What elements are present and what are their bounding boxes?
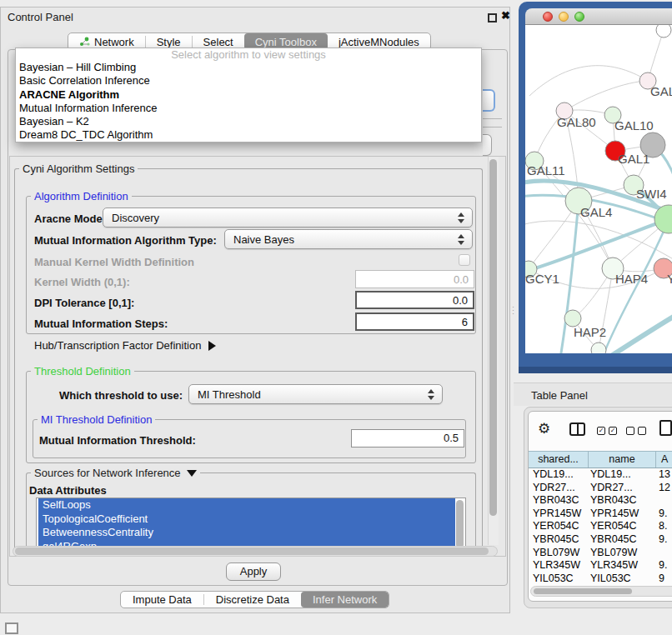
dpi-tolerance-field[interactable]: 0.0 (355, 291, 474, 309)
collapse-arrow-icon (187, 470, 197, 477)
list-scrollbar[interactable] (456, 500, 464, 548)
tab-label: Style (157, 36, 181, 48)
kernel-width-field: 0.0 (355, 270, 474, 288)
column-header[interactable]: A (656, 452, 672, 468)
dropdown-item-selected[interactable]: ARACNE Algorithm (16, 88, 481, 102)
column-header[interactable]: shared... (529, 452, 589, 468)
hidden-combo-fragment (483, 134, 492, 156)
table-panel-box: ⚙ ✓ ✓ shared... name A YDL19...YDL19...1… (528, 411, 672, 602)
network-icon (79, 37, 90, 47)
manual-kernel-checkbox[interactable] (459, 254, 470, 266)
dropdown-item[interactable]: Dream8 DC_TDC Algorithm (16, 128, 481, 142)
combo-arrows-icon (458, 234, 464, 245)
tab-label: jActiveMNodules (339, 36, 419, 48)
cell (656, 494, 672, 508)
checked-box-icon: ✓ (609, 427, 617, 435)
table-row[interactable]: YPR145WYPR145W9. (529, 508, 672, 521)
list-item[interactable]: BetweennessCentrality (38, 526, 455, 540)
table-row[interactable]: YDR27...YDR27...12 (529, 482, 672, 495)
table-row[interactable]: YER054CYER054C8. (529, 520, 672, 533)
column-header[interactable]: name (589, 452, 656, 468)
node-label: GAL11 (527, 163, 565, 178)
panel-divider-grip[interactable]: ··· (512, 305, 515, 315)
bottom-tab-bar: Impute Data Discretize Data Infer Networ… (120, 591, 389, 608)
sources-title: Sources for Network Inference (34, 467, 181, 479)
cell: YBR043C (589, 494, 656, 508)
cell: YLR345W (589, 559, 656, 572)
cell: YDL19... (529, 468, 589, 482)
cell: 9. (656, 533, 672, 547)
tab-impute-data[interactable]: Impute Data (121, 592, 203, 608)
dropdown-item[interactable]: Bayesian – Hill Climbing (16, 61, 481, 74)
group-title: Algorithm Definition (31, 190, 132, 202)
vertical-scrollbar-thumb[interactable] (489, 159, 497, 516)
network-canvas[interactable]: GAL GAL80 GAL10 GAL1 GAL11 SWI4 GAL4 GCY… (525, 25, 672, 353)
dropdown-item[interactable]: Bayesian – K2 (16, 115, 481, 128)
node-label: GAL10 (614, 118, 654, 132)
zoom-traffic-light-icon[interactable] (574, 12, 584, 22)
gear-icon[interactable]: ⚙ (538, 420, 550, 438)
close-icon[interactable]: ✖ (501, 9, 510, 22)
select-all-checkboxes-icon[interactable]: ✓ ✓ (597, 427, 617, 435)
cell: YIL053C (529, 572, 589, 586)
tab-label: Infer Network (313, 593, 377, 606)
float-window-icon[interactable] (488, 13, 497, 22)
deselect-all-checkboxes-icon[interactable] (626, 427, 646, 435)
screen: Control Panel ✖ Network Style Select Cyn… (0, 0, 672, 635)
table-body: YDL19...YDL19...13 YDR27...YDR27...12 YB… (529, 468, 672, 585)
node-unlabeled[interactable] (656, 25, 671, 38)
mi-steps-field[interactable]: 6 (355, 312, 474, 331)
window-titlebar[interactable] (525, 8, 672, 25)
node-hap2[interactable] (564, 310, 581, 327)
dock-panel-icon[interactable] (5, 622, 18, 634)
checked-box-icon: ✓ (597, 427, 605, 435)
combo-value: MI Threshold (198, 388, 261, 401)
horizontal-scrollbar-thumb[interactable] (15, 548, 489, 555)
sources-section-toggle[interactable]: Sources for Network Inference (31, 467, 200, 479)
hidden-combo-fragment (483, 89, 495, 112)
apply-button[interactable]: Apply (226, 562, 281, 581)
cell: YBL079W (589, 547, 656, 560)
table-row[interactable]: YBR045CYBR045C9. (529, 533, 672, 547)
which-threshold-label: Which threshold to use: (59, 389, 183, 402)
close-traffic-light-icon[interactable] (543, 12, 553, 22)
split-columns-icon[interactable] (569, 422, 585, 436)
tab-infer-network[interactable]: Infer Network (301, 592, 389, 608)
node-label: GAL80 (557, 115, 596, 129)
scrollbar-thumb[interactable] (534, 588, 632, 594)
node-unlabeled[interactable] (591, 342, 606, 353)
dropdown-item[interactable]: Basic Correlation Inference (16, 74, 481, 88)
tab-label: Impute Data (133, 593, 192, 606)
mi-threshold-field[interactable]: 0.5 (351, 429, 464, 448)
table-row[interactable]: YIL053CYIL053C9 (529, 572, 672, 586)
cell: YBR045C (529, 533, 589, 547)
tab-label: Select (203, 36, 233, 48)
table-row[interactable]: YBL079WYBL079W (529, 547, 672, 560)
tab-discretize-data[interactable]: Discretize Data (204, 592, 301, 608)
groupbox-fragment (483, 127, 502, 128)
data-attributes-list[interactable]: SelfLoops TopologicalCoefficient Between… (36, 498, 466, 550)
table-row[interactable]: YBR043CYBR043C (529, 494, 672, 508)
list-item[interactable]: TopologicalCoefficient (38, 512, 455, 527)
aracne-mode-combo[interactable]: Discovery (103, 208, 473, 228)
cell: YBR045C (589, 533, 656, 547)
list-item[interactable]: SelfLoops (38, 498, 455, 512)
table-row[interactable]: YLR345WYLR345W9. (529, 559, 672, 572)
table-horizontal-scrollbar[interactable] (530, 586, 672, 597)
cell: YLR345W (529, 559, 589, 572)
algorithm-dropdown-popup: Select algorithm to view settings Bayesi… (15, 48, 482, 142)
mi-type-label: Mutual Information Algorithm Type: (34, 234, 217, 247)
new-table-icon[interactable] (659, 420, 672, 436)
hub-factor-section-toggle[interactable]: Hub/Transcription Factor Definition (34, 339, 216, 352)
table-panel-header: Table Panel (514, 382, 672, 406)
node-label: SWI4 (636, 187, 667, 201)
node-label: GAL (650, 84, 672, 98)
which-threshold-combo[interactable]: MI Threshold (188, 384, 443, 404)
minimize-traffic-light-icon[interactable] (559, 12, 569, 22)
field-value: 0.0 (454, 273, 469, 286)
dropdown-item[interactable]: Mutual Information Inference (16, 102, 481, 115)
cell: YBR043C (529, 494, 589, 508)
expand-arrow-icon (208, 341, 216, 351)
table-row[interactable]: YDL19...YDL19...13 (529, 468, 672, 482)
mi-type-combo[interactable]: Naive Bayes (224, 229, 473, 249)
